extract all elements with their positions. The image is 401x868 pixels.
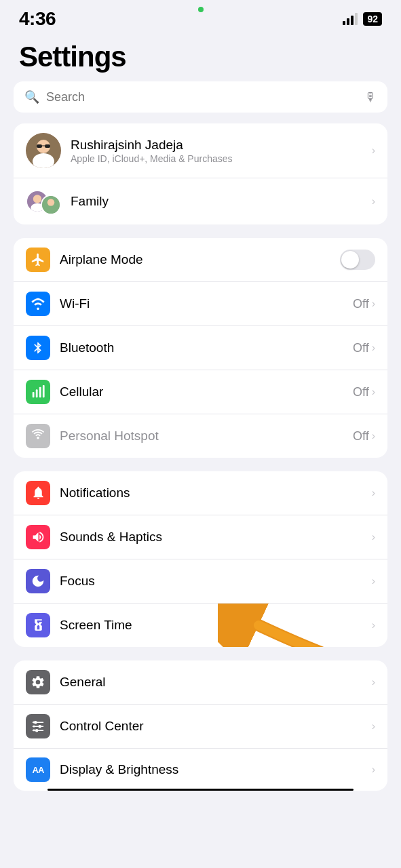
- bluetooth-icon-bg: [26, 336, 50, 360]
- focus-icon-bg: [26, 569, 50, 593]
- chevron-icon: ›: [372, 487, 375, 499]
- hotspot-content: Personal Hotspot: [60, 429, 343, 443]
- control-center-row[interactable]: Control Center ›: [14, 705, 387, 749]
- family-label: Family: [71, 194, 362, 209]
- cellular-row[interactable]: Cellular Off ›: [14, 370, 387, 414]
- hotspot-row[interactable]: Personal Hotspot Off ›: [14, 414, 387, 458]
- bell-icon: [31, 486, 45, 500]
- sounds-content: Sounds & Haptics: [60, 530, 362, 545]
- svg-rect-13: [36, 389, 38, 397]
- apple-id-row[interactable]: Rushirajsinh Jadeja Apple ID, iCloud+, M…: [14, 123, 387, 178]
- search-icon: 🔍: [24, 90, 39, 104]
- display-icon-bg: AA: [26, 757, 50, 782]
- family-row[interactable]: Family ›: [14, 178, 387, 224]
- chevron-icon: ›: [372, 575, 375, 587]
- family-avatar-2: [41, 195, 61, 215]
- chevron-icon: ›: [372, 298, 375, 310]
- page-title-container: Settings: [0, 35, 401, 81]
- control-center-icon-bg: [26, 714, 50, 738]
- svg-rect-14: [39, 387, 41, 398]
- general-right: ›: [372, 676, 375, 688]
- sounds-row[interactable]: Sounds & Haptics ›: [14, 515, 387, 559]
- airplane-icon: [31, 252, 45, 267]
- display-right: ›: [372, 764, 375, 776]
- wifi-row[interactable]: Wi-Fi Off ›: [14, 282, 387, 326]
- mic-icon[interactable]: 🎙: [364, 90, 377, 104]
- signal-bar-1: [343, 21, 345, 25]
- signal-bar-4: [355, 13, 358, 25]
- svg-rect-4: [45, 144, 50, 148]
- airplane-label: Airplane Mode: [60, 252, 330, 267]
- airplane-mode-row[interactable]: Airplane Mode: [14, 238, 387, 282]
- cellular-label: Cellular: [60, 384, 343, 399]
- svg-rect-12: [33, 392, 35, 397]
- signal-icon: [343, 13, 358, 25]
- chevron-icon: ›: [372, 430, 375, 442]
- family-avatars: [26, 188, 61, 215]
- hotspot-icon: [31, 429, 45, 443]
- notifications-icon-bg: [26, 481, 50, 505]
- cellular-right: Off ›: [353, 385, 375, 399]
- cellular-content: Cellular: [60, 384, 343, 399]
- general-label: General: [60, 675, 362, 690]
- status-right: 92: [343, 12, 382, 26]
- general-icon-bg: [26, 670, 50, 694]
- bluetooth-right: Off ›: [353, 341, 375, 355]
- sounds-icon-bg: [26, 525, 50, 549]
- hotspot-label: Personal Hotspot: [60, 429, 343, 443]
- bluetooth-icon: [31, 340, 45, 355]
- profile-subtitle: Apple ID, iCloud+, Media & Purchases: [71, 153, 362, 164]
- bluetooth-row[interactable]: Bluetooth Off ›: [14, 326, 387, 370]
- sounds-right: ›: [372, 531, 375, 543]
- svg-point-24: [38, 725, 41, 728]
- cellular-value: Off: [353, 385, 369, 399]
- cellular-icon: [31, 384, 45, 399]
- chevron-icon: ›: [372, 342, 375, 354]
- general-row[interactable]: General ›: [14, 660, 387, 705]
- profile-avatar: [26, 133, 61, 168]
- hotspot-right: Off ›: [353, 429, 375, 443]
- control-center-label: Control Center: [60, 719, 362, 734]
- screentime-row[interactable]: Screen Time ›: [14, 604, 387, 647]
- display-label: Display & Brightness: [60, 762, 362, 777]
- notifications-row[interactable]: Notifications ›: [14, 471, 387, 515]
- signal-bar-2: [347, 18, 349, 25]
- general1-card: Notifications › Sounds & Haptics › Focus: [14, 471, 387, 647]
- cellular-icon-bg: [26, 380, 50, 404]
- speaker-icon: [31, 530, 45, 545]
- svg-point-11: [45, 206, 56, 214]
- chevron-icon: ›: [372, 720, 375, 732]
- wifi-value: Off: [353, 297, 369, 311]
- notifications-label: Notifications: [60, 486, 362, 500]
- svg-point-23: [34, 721, 37, 724]
- sliders-icon: [31, 719, 45, 734]
- screentime-label: Screen Time: [60, 618, 362, 633]
- focus-content: Focus: [60, 574, 362, 589]
- notifications-content: Notifications: [60, 486, 362, 500]
- wifi-right: Off ›: [353, 297, 375, 311]
- airplane-content: Airplane Mode: [60, 252, 330, 267]
- search-input[interactable]: [46, 90, 358, 104]
- green-dot: [198, 7, 204, 12]
- hotspot-icon-bg: [26, 424, 50, 448]
- airplane-icon-bg: [26, 248, 50, 272]
- signal-bar-3: [351, 16, 354, 25]
- family-content: Family: [71, 194, 362, 209]
- family-chevron: ›: [372, 195, 375, 208]
- page-title: Settings: [19, 41, 382, 73]
- focus-right: ›: [372, 575, 375, 587]
- hourglass-icon: [31, 618, 45, 633]
- svg-point-7: [33, 195, 41, 203]
- chevron-icon: ›: [372, 144, 375, 157]
- control-center-content: Control Center: [60, 719, 362, 734]
- status-time: 4:36: [19, 8, 56, 30]
- svg-rect-21: [33, 726, 44, 727]
- display-row[interactable]: AA Display & Brightness ›: [14, 749, 387, 791]
- search-bar[interactable]: 🔍 🎙: [14, 81, 387, 113]
- focus-label: Focus: [60, 574, 362, 589]
- general-content: General: [60, 675, 362, 690]
- focus-row[interactable]: Focus ›: [14, 559, 387, 604]
- airplane-toggle[interactable]: [340, 250, 375, 270]
- hotspot-value: Off: [353, 429, 369, 443]
- chevron-icon: ›: [372, 764, 375, 776]
